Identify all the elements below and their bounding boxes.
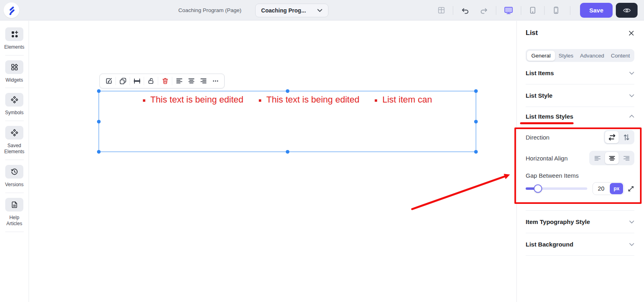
app-logo[interactable] [4, 2, 19, 18]
preview-button[interactable] [616, 3, 638, 18]
chevron-down-icon [629, 243, 634, 246]
horizontal-align-label: Horizontal Align [526, 155, 568, 162]
list-item[interactable]: This text is being edited [143, 95, 244, 105]
resize-handle-bottom-left[interactable] [97, 150, 101, 154]
bullet-icon [259, 99, 261, 102]
tablet-view-button[interactable] [525, 4, 540, 16]
align-right-button[interactable] [619, 152, 633, 164]
logo-icon [7, 6, 17, 15]
resize-handle-mid-right[interactable] [474, 120, 478, 123]
sidebar-item-elements[interactable]: Elements [0, 27, 29, 51]
layout-grid-button[interactable] [434, 4, 449, 16]
divider [130, 77, 130, 85]
resize-handle-top-right[interactable] [474, 89, 478, 93]
list-item-text: This text is being edited [151, 95, 244, 105]
edit-button[interactable] [103, 75, 115, 87]
bullet-icon [143, 99, 145, 102]
close-icon[interactable] [628, 30, 634, 36]
divider [496, 6, 496, 15]
divider [158, 77, 158, 85]
eye-icon [623, 7, 631, 14]
swap-horizontal-icon [608, 134, 616, 141]
gap-unit-badge[interactable]: px [610, 183, 623, 194]
width-resize-button[interactable] [131, 75, 143, 87]
mobile-view-button[interactable] [549, 4, 564, 16]
page-selector-value: Coaching Prog... [261, 7, 306, 14]
tab-content[interactable]: Content [608, 51, 633, 61]
divider [570, 6, 570, 15]
gap-value-input[interactable] [593, 183, 609, 195]
align-right-icon [623, 154, 630, 162]
direction-control [604, 130, 634, 144]
more-options-button[interactable] [209, 75, 221, 87]
align-right-button[interactable] [197, 75, 209, 87]
chevron-down-icon [629, 94, 634, 97]
resize-handle-bottom-center[interactable] [286, 150, 289, 154]
align-center-button[interactable] [185, 75, 197, 87]
element-toolbar [99, 74, 225, 88]
gap-slider[interactable] [526, 187, 587, 190]
panel-tabs: General Styles Advanced Content [526, 49, 634, 62]
divider [5, 232, 24, 232]
align-left-icon [594, 154, 601, 162]
divider [5, 160, 24, 160]
divider [5, 55, 24, 55]
divider [521, 6, 521, 15]
tab-styles[interactable]: Styles [555, 51, 577, 61]
horizontal-align-control [589, 151, 634, 165]
panel-title: List [526, 29, 538, 37]
resize-handle-top-center[interactable] [286, 89, 289, 93]
page-selector-dropdown[interactable]: Coaching Prog... [255, 4, 328, 17]
divider [5, 193, 24, 193]
list-item[interactable]: This text is being edited [259, 95, 359, 105]
tab-advanced[interactable]: Advanced [577, 51, 607, 61]
versions-history-icon [10, 168, 19, 176]
divider [5, 88, 24, 88]
duplicate-button[interactable] [117, 75, 129, 87]
selected-list-element[interactable]: This text is being edited This text is b… [99, 91, 476, 152]
chevron-down-icon [629, 72, 634, 75]
direction-vertical-button[interactable] [619, 131, 633, 143]
swap-vertical-icon [623, 134, 630, 141]
sidebar-item-symbols[interactable]: Symbols [0, 93, 29, 116]
section-list-background[interactable]: List Background [526, 233, 634, 256]
topbar-actions: Save [434, 0, 638, 21]
section-list-items-styles[interactable]: List Items Styles [526, 107, 634, 125]
tab-general[interactable]: General [527, 51, 555, 61]
section-list-style[interactable]: List Style [526, 84, 634, 107]
unlock-button[interactable] [145, 75, 157, 87]
slider-thumb[interactable] [534, 185, 542, 193]
chevron-down-icon [629, 220, 634, 224]
section-list-items[interactable]: List Items [526, 62, 634, 84]
symbols-icon [10, 96, 19, 104]
sidebar-item-saved-elements[interactable]: Saved Elements [0, 126, 29, 155]
chevron-down-icon [317, 9, 322, 12]
redo-button[interactable] [476, 5, 492, 16]
sidebar-item-widgets[interactable]: Widgets [0, 60, 29, 84]
undo-button[interactable] [457, 5, 473, 16]
divider [172, 77, 172, 85]
resize-handle-bottom-right[interactable] [474, 150, 478, 154]
topbar-center: Coaching Program (Page) Coaching Prog... [178, 0, 328, 21]
list-item[interactable]: List item can [375, 95, 432, 105]
gap-value-group: px [592, 182, 624, 195]
document-icon [10, 201, 19, 209]
sidebar-item-help-articles[interactable]: Help Articles [0, 198, 29, 227]
list-items-styles-controls: Direction [526, 128, 634, 211]
sidebar-item-versions[interactable]: Versions [0, 165, 29, 188]
list-widget: This text is being edited This text is b… [99, 95, 476, 105]
delete-button[interactable] [159, 75, 171, 87]
list-item-text: List item can [382, 95, 432, 105]
align-left-button[interactable] [173, 75, 185, 87]
expand-resize-button[interactable] [627, 185, 634, 192]
direction-horizontal-button[interactable] [605, 131, 619, 143]
resize-handle-top-left[interactable] [97, 89, 101, 93]
save-button[interactable]: Save [580, 3, 613, 18]
editor-canvas[interactable]: This text is being edited This text is b… [29, 21, 516, 302]
desktop-view-button[interactable] [500, 4, 517, 16]
resize-handle-mid-left[interactable] [97, 120, 101, 123]
align-left-button[interactable] [590, 152, 604, 164]
section-item-typography-style[interactable]: Item Typography Style [526, 211, 634, 233]
align-center-button[interactable] [605, 152, 619, 164]
direction-label: Direction [526, 134, 549, 141]
